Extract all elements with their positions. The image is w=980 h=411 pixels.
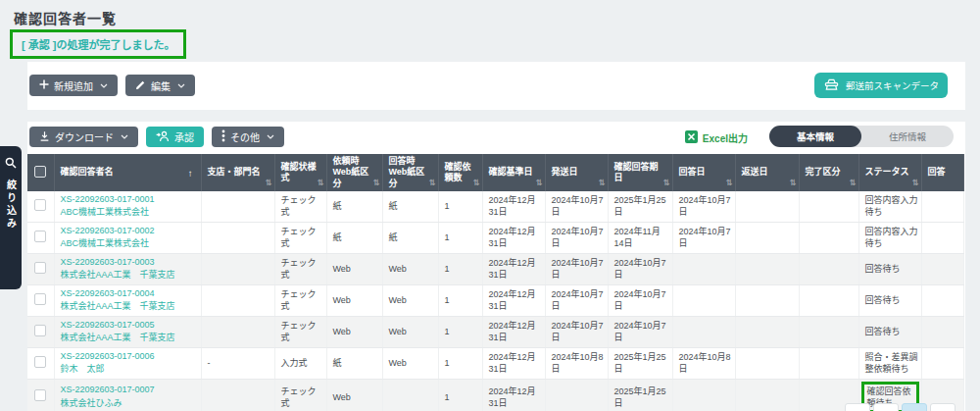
row-checkbox[interactable]: [34, 231, 46, 242]
base-date-cell: 2024年12月31日: [482, 253, 545, 284]
pager-button[interactable]: [873, 403, 899, 411]
branch-cell: [201, 222, 274, 253]
tab-address-info[interactable]: 住所情報: [861, 126, 954, 147]
table-row: XS-22092603-017-0005株式会社AAA工業 千葉支店チェック式W…: [27, 316, 963, 347]
column-header[interactable]: 確認依頼数⇅: [438, 154, 482, 191]
return-date-cell: [735, 253, 799, 284]
send-date-cell: 2024年10月7日: [545, 253, 608, 284]
column-header[interactable]: 確認回答者名↑: [54, 154, 201, 191]
answer-date-cell: 2024年10月7日: [672, 222, 735, 253]
sort-icon[interactable]: ⇅: [372, 178, 379, 187]
request-count-cell: 1: [438, 347, 482, 379]
sort-icon[interactable]: ↑: [188, 167, 193, 178]
sort-icon[interactable]: ⇅: [662, 178, 669, 187]
table-row: XS-22092603-017-0007株式会社ひふみチェック式Web12024…: [27, 379, 963, 411]
column-header-label: 完了区分: [806, 167, 849, 178]
column-header-label: 回答時 Web紙区分: [389, 156, 428, 189]
pager-button[interactable]: [845, 403, 870, 411]
respondent-link[interactable]: XS-22092603-017-0001ABC機械工業株式会社: [61, 193, 199, 220]
row-checkbox[interactable]: [34, 389, 46, 401]
format-cell: チェック式: [274, 191, 326, 223]
sort-icon[interactable]: ⇅: [472, 178, 479, 187]
answer-date-cell: 2024年10月7日: [672, 191, 735, 223]
checkbox-cell: [27, 284, 54, 316]
send-date-cell: 2024年10月8日: [545, 347, 608, 379]
select-all-checkbox[interactable]: [34, 166, 46, 178]
branch-cell: [201, 379, 274, 411]
answer-date-cell: [672, 284, 735, 316]
answer-cell: [921, 316, 963, 347]
complete-type-cell: [799, 253, 858, 284]
row-checkbox[interactable]: [34, 262, 46, 274]
answer-media-cell: Web: [382, 316, 438, 347]
tab-basic-info[interactable]: 基本情報: [769, 126, 861, 147]
approve-button[interactable]: 承認: [146, 127, 204, 147]
filter-tab-label: 絞り込み: [4, 180, 19, 231]
pre-mail-scan-button[interactable]: 郵送前スキャンデータ: [814, 73, 948, 98]
column-header[interactable]: 依頼時 Web紙区分⇅: [326, 154, 382, 191]
edit-button[interactable]: 編集: [125, 75, 195, 96]
complete-type-cell: [799, 284, 858, 316]
excel-export-button[interactable]: Excel出力: [685, 130, 748, 145]
status-cell: 回答内容入力待ち: [858, 222, 921, 253]
answer-media-cell: Web: [382, 284, 438, 316]
request-media-cell: 紙: [326, 347, 382, 379]
column-header-label: 返送日: [742, 167, 789, 178]
return-date-cell: [735, 191, 799, 223]
respondent-link[interactable]: XS-22092603-017-0004株式会社AAA工業 千葉支店: [61, 287, 199, 314]
respondent-name-cell: XS-22092603-017-0007株式会社ひふみ: [54, 379, 201, 411]
sort-icon[interactable]: ⇅: [428, 178, 435, 187]
due-date-cell: 2024年10月7日: [608, 284, 672, 316]
column-header[interactable]: 支店・部門名⇅: [201, 154, 274, 191]
sort-icon[interactable]: ⇅: [598, 178, 605, 187]
column-header[interactable]: ステータス⇅: [858, 154, 921, 191]
base-date-cell: 2024年12月31日: [482, 379, 545, 411]
respondent-link[interactable]: XS-22092603-017-0003株式会社AAA工業 千葉支店: [61, 256, 199, 283]
download-button[interactable]: ダウンロード: [29, 127, 138, 147]
column-header[interactable]: 確認基準日⇅: [482, 154, 545, 191]
column-header[interactable]: 回答: [921, 154, 963, 191]
respondent-link[interactable]: XS-22092603-017-0006鈴木 太郎: [61, 350, 199, 377]
column-header[interactable]: 完了区分⇅: [799, 154, 858, 191]
respondent-link[interactable]: XS-22092603-017-0002ABC機械工業株式会社: [61, 225, 199, 251]
branch-cell: [201, 191, 274, 223]
respondent-code: XS-22092603-017-0003: [61, 257, 155, 267]
respondent-link[interactable]: XS-22092603-017-0005株式会社AAA工業 千葉支店: [61, 319, 199, 345]
complete-type-cell: [799, 191, 858, 223]
respondent-link[interactable]: XS-22092603-017-0007株式会社ひふみ: [61, 384, 199, 410]
chevron-down-icon: [267, 134, 274, 139]
pager-button[interactable]: [902, 403, 927, 411]
column-header-label: 確認基準日: [489, 167, 535, 178]
base-date-cell: 2024年12月31日: [482, 222, 545, 253]
column-header-label: 回答: [928, 167, 954, 178]
others-button[interactable]: その他: [212, 127, 284, 147]
sort-icon[interactable]: ⇅: [535, 178, 542, 187]
sort-icon[interactable]: ⇅: [849, 178, 856, 187]
column-header[interactable]: 返送日⇅: [735, 154, 799, 191]
column-header[interactable]: 確認回答期日⇅: [608, 154, 672, 191]
kebab-menu-icon: [221, 129, 225, 144]
row-checkbox[interactable]: [34, 356, 46, 368]
sort-icon[interactable]: ⇅: [911, 178, 918, 187]
column-header[interactable]: 確認状様式⇅: [274, 154, 326, 191]
checkbox-cell: [27, 347, 54, 379]
sort-icon[interactable]: ⇅: [789, 178, 796, 187]
column-header[interactable]: 回答日⇅: [672, 154, 735, 191]
column-header[interactable]: 発送日⇅: [545, 154, 608, 191]
row-checkbox[interactable]: [34, 325, 46, 336]
request-count-cell: 1: [438, 253, 482, 284]
sort-icon[interactable]: ⇅: [317, 178, 323, 187]
row-checkbox[interactable]: [34, 293, 46, 305]
others-label: その他: [230, 129, 260, 144]
add-new-button[interactable]: 新規追加: [29, 75, 118, 96]
column-header[interactable]: 回答時 Web紙区分⇅: [382, 154, 438, 191]
pager-button[interactable]: [930, 403, 956, 411]
respondent-code: XS-22092603-017-0002: [61, 226, 155, 235]
download-icon: [39, 130, 50, 144]
sort-icon[interactable]: ⇅: [725, 178, 732, 187]
row-checkbox[interactable]: [34, 199, 46, 211]
filter-sidebar-tab[interactable]: 絞り込み: [0, 146, 22, 289]
chevron-down-icon: [100, 83, 108, 88]
sort-icon[interactable]: ⇅: [265, 178, 271, 187]
respondents-table: 確認回答者名↑支店・部門名⇅確認状様式⇅依頼時 Web紙区分⇅回答時 Web紙区…: [27, 154, 964, 411]
